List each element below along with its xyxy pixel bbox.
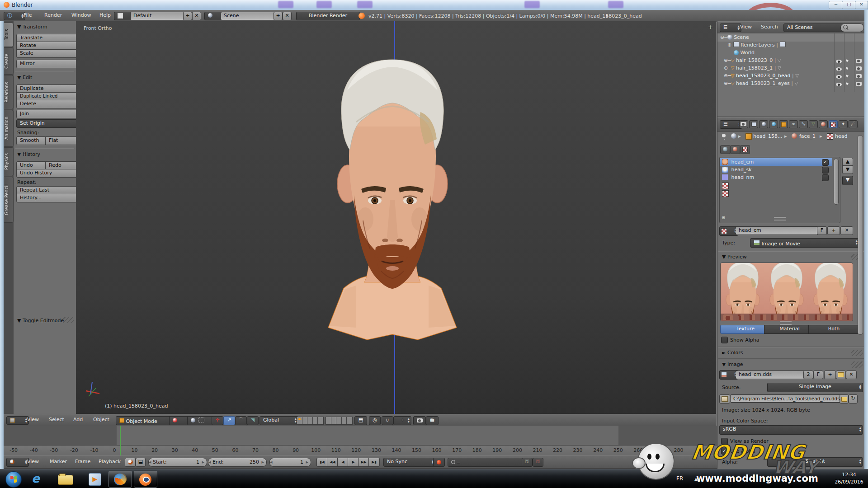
blender-taskbar-button[interactable]: [134, 471, 157, 488]
outliner-row-world[interactable]: World: [734, 49, 755, 56]
keying-set-field[interactable]: [448, 458, 527, 467]
delete-layout-button[interactable]: ✕: [192, 12, 201, 20]
physics-tab-icon[interactable]: ☄︎: [849, 120, 858, 128]
explorer-icon[interactable]: [58, 475, 73, 485]
add-menu[interactable]: Add: [71, 415, 85, 424]
panel-grip[interactable]: [851, 350, 863, 356]
rotate-manipulator-button[interactable]: ⌒: [235, 416, 247, 425]
slot-head-cm-checkbox[interactable]: ✓: [822, 159, 829, 166]
scenes-filter-dropdown[interactable]: All Scenes▲▼: [783, 23, 845, 32]
history-panel-header[interactable]: ▼ History: [17, 151, 40, 157]
preview-material-tab[interactable]: Material: [764, 325, 815, 334]
slot-head-nm[interactable]: head_nm: [720, 174, 754, 181]
image-path-field[interactable]: C:\Program Files\Blen...fa_tools\head_cm…: [730, 394, 845, 403]
texture-name-field[interactable]: head_cm: [736, 226, 822, 235]
internet-explorer-icon[interactable]: e: [32, 473, 44, 485]
scale-button[interactable]: Scale: [16, 49, 80, 58]
breadcrumb-material[interactable]: face_1: [799, 133, 816, 139]
list-scrollbar[interactable]: [834, 159, 839, 205]
edit-panel-header[interactable]: ▼ Edit: [17, 75, 32, 80]
material-textures-toggle[interactable]: [730, 145, 740, 154]
outliner-row-renderlayers[interactable]: ⊕ RenderLayers |: [727, 42, 786, 49]
new-texture-button[interactable]: +: [827, 226, 840, 235]
join-button[interactable]: Join: [16, 110, 80, 118]
render-opengl-anim-button[interactable]: 🎬︎: [426, 416, 439, 425]
preview-texture-tab[interactable]: Texture: [720, 325, 771, 334]
world-tab-icon[interactable]: [769, 120, 778, 128]
selectability-toggle-hair0[interactable]: [846, 58, 849, 64]
start-button[interactable]: [5, 471, 22, 488]
outliner-search-menu[interactable]: Search: [758, 22, 781, 32]
shade-flat-button[interactable]: Flat: [45, 136, 80, 145]
visibility-toggle-head[interactable]: [836, 74, 842, 80]
screen-layout-name[interactable]: Default: [130, 12, 189, 20]
outliner-row-hair1[interactable]: ⊕─▽ hair_158023_1 | ▽: [724, 65, 781, 72]
delete-keyframe-button[interactable]: ⚿: [533, 458, 543, 467]
select-menu[interactable]: Select: [46, 415, 67, 424]
sync-mode-dropdown[interactable]: No Sync▲▼: [383, 458, 436, 467]
modifiers-tab-icon[interactable]: 🔧︎: [799, 120, 808, 128]
constraints-tab-icon[interactable]: ∞: [789, 120, 798, 128]
breadcrumb-scene-icon[interactable]: [731, 133, 736, 139]
image-users-button[interactable]: 2: [803, 371, 813, 379]
clock[interactable]: 12:34 26/09/2016: [833, 471, 865, 486]
scene-tab-icon[interactable]: [759, 120, 768, 128]
play-button[interactable]: ▶: [348, 458, 359, 467]
prev-keyframe-button[interactable]: ◀◀: [327, 458, 338, 467]
current-frame-field[interactable]: ◂ 1 ▸: [269, 458, 311, 467]
outliner-row-head[interactable]: ⊕─▽ head_158023_0_head | ▽: [724, 72, 799, 80]
proportional-edit-button[interactable]: ◎: [369, 416, 381, 425]
slot-move-down-button[interactable]: ▼: [842, 165, 853, 174]
translate-manipulator-button[interactable]: ↗: [223, 416, 235, 425]
image-name-field[interactable]: head_cm.dds: [736, 371, 809, 379]
tab-grease-pencil[interactable]: Grease Pencil: [4, 177, 14, 223]
tab-create[interactable]: Create: [4, 47, 14, 75]
outliner-view-menu[interactable]: View: [737, 22, 755, 32]
object-data-tab-icon[interactable]: ▽: [809, 120, 818, 128]
region-split-widget[interactable]: +: [708, 23, 713, 30]
object-tab-icon[interactable]: [779, 120, 788, 128]
visibility-toggle-eyes[interactable]: [836, 82, 842, 88]
renderability-toggle-hair0[interactable]: [856, 58, 862, 64]
slot-head-cm[interactable]: head_cm: [720, 158, 754, 166]
history-more-button[interactable]: History...: [16, 194, 80, 202]
layers-grid-1[interactable]: [297, 417, 324, 425]
mode-dropdown[interactable]: Object Mode▲▼: [116, 416, 174, 425]
media-player-icon[interactable]: ▶: [89, 473, 101, 486]
pack-image-button[interactable]: [719, 394, 730, 404]
breadcrumb-texture[interactable]: head: [835, 133, 847, 139]
show-alpha-checkbox[interactable]: [721, 337, 728, 343]
use-alpha-checkbox[interactable]: ✓: [721, 448, 728, 455]
lock-to-scene-button[interactable]: ⬒: [354, 416, 367, 425]
snap-element-dropdown[interactable]: ⁘▲▼: [393, 416, 411, 425]
renderlayers-tab-icon[interactable]: [749, 120, 758, 128]
set-origin-dropdown[interactable]: Set Origin▲▼: [16, 119, 80, 128]
head-model[interactable]: [302, 36, 483, 343]
jump-to-end-button[interactable]: ▶▮: [368, 458, 380, 467]
slot-head-sk-checkbox[interactable]: [822, 167, 829, 174]
preview-panel-header[interactable]: ▼ Preview: [722, 254, 747, 260]
tab-relations[interactable]: Relations: [4, 75, 14, 109]
preview-resize-grip[interactable]: [780, 321, 792, 325]
material-tab-icon[interactable]: [819, 120, 828, 128]
unlink-texture-button[interactable]: ✕: [840, 226, 853, 235]
insert-keyframe-button[interactable]: ⚿: [522, 458, 533, 467]
timeline-ruler[interactable]: -50-40-30-20-100102030405060708090100110…: [4, 445, 717, 456]
show-hidden-icons[interactable]: ▲: [694, 477, 698, 481]
menu-window[interactable]: Window: [69, 10, 94, 20]
particles-tab-icon[interactable]: ✦: [839, 120, 848, 128]
use-preview-range-button[interactable]: [125, 458, 136, 467]
outliner-row-scene[interactable]: ⊖─ Scene: [720, 34, 749, 41]
delete-button[interactable]: Delete: [16, 100, 80, 108]
visibility-toggles-hair0[interactable]: [836, 59, 842, 65]
selectability-toggle-head[interactable]: [846, 73, 849, 79]
empty-slot-icon[interactable]: [722, 183, 729, 189]
tab-tools[interactable]: Tools: [4, 23, 14, 47]
world-textures-toggle[interactable]: [720, 145, 730, 154]
mirror-button[interactable]: Mirror: [16, 60, 80, 68]
outliner-row-hair0[interactable]: ⊕─▽ hair_158023_0 | ▽: [724, 57, 781, 64]
unlink-image-button[interactable]: ✕: [846, 371, 857, 379]
timeline-marker-menu[interactable]: Marker: [47, 457, 70, 466]
redo-panel-header[interactable]: ▼ Toggle Editmode: [17, 318, 64, 324]
maximize-button[interactable]: ▢: [842, 1, 856, 9]
